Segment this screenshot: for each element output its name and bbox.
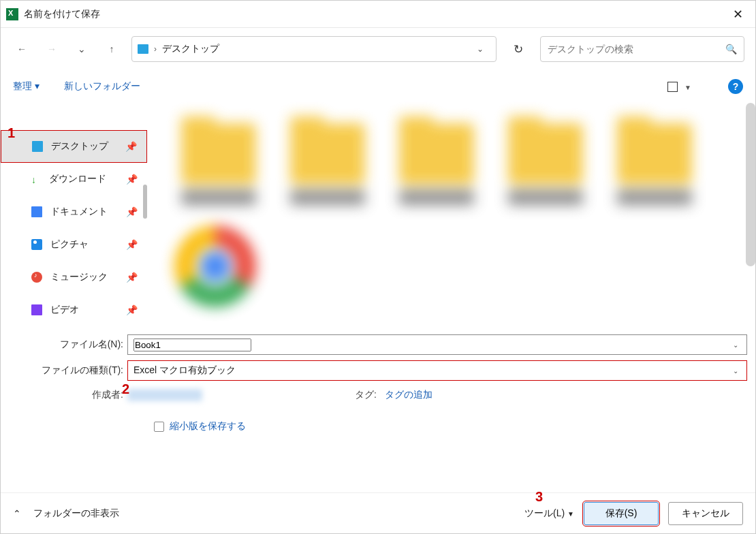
search-input[interactable] [548, 44, 725, 54]
author-value-blurred [127, 389, 202, 401]
sidebar-item-desktop[interactable]: デスクトップ 📌 [1, 130, 147, 163]
add-tag-link[interactable]: タグの追加 [385, 389, 432, 401]
view-icon [667, 82, 678, 92]
pin-icon[interactable]: 📌 [126, 174, 138, 185]
chevron-down-icon: ▼ [684, 84, 691, 91]
download-icon: ↓ [31, 174, 41, 184]
annotation-1: 1 [7, 125, 15, 141]
search-icon[interactable]: 🔍 [725, 44, 737, 54]
picture-icon [31, 239, 42, 250]
sidebar-item-label: ダウンロード [49, 173, 106, 185]
save-thumbnail-label: 縮小版を保存する [170, 420, 246, 433]
cancel-button[interactable]: キャンセル [668, 502, 743, 525]
view-options[interactable]: ▼ [667, 81, 691, 93]
filetype-label: ファイルの種類(T): [9, 364, 125, 377]
filename-row: ファイル名(N): ⌄ [1, 332, 755, 358]
sidebar-item-videos[interactable]: ビデオ 📌 [1, 294, 147, 326]
filetype-row: ファイルの種類(T): Excel マクロ有効ブック ⌄ [1, 358, 755, 383]
tools-menu[interactable]: ツール(L)▼ [524, 507, 574, 520]
chevron-up-icon[interactable]: ⌃ [13, 508, 21, 519]
window-title: 名前を付けて保存 [24, 8, 726, 20]
sidebar-item-documents[interactable]: ドキュメント 📌 [1, 195, 147, 228]
desktop-icon [32, 141, 43, 152]
filename-text[interactable] [133, 339, 251, 351]
filetype-value: Excel マクロ有効ブック [133, 364, 236, 377]
nav-row: ← → ⌄ ↑ › デスクトップ ⌄ ↻ 🔍 [1, 33, 755, 65]
close-icon[interactable]: ✕ [726, 3, 750, 26]
filename-input[interactable]: ⌄ [127, 334, 747, 355]
sidebar-item-pictures[interactable]: ピクチャ 📌 [1, 228, 147, 261]
search-box[interactable]: 🔍 [540, 36, 744, 62]
pin-icon[interactable]: 📌 [126, 206, 138, 217]
thumbnail-row: 縮小版を保存する [1, 420, 755, 433]
filename-label: ファイル名(N): [9, 339, 125, 351]
recent-dropdown[interactable]: ⌄ [72, 39, 92, 59]
new-folder-button[interactable]: 新しいフォルダー [64, 80, 140, 93]
sidebar-item-label: ビデオ [50, 304, 79, 316]
address-dropdown-icon[interactable]: ⌄ [470, 44, 490, 54]
refresh-button[interactable]: ↻ [506, 37, 531, 61]
sidebar-item-label: ピクチャ [50, 238, 89, 251]
footer: ⌃ フォルダーの非表示 ツール(L)▼ 保存(S) キャンセル [1, 492, 755, 533]
hide-folders-link[interactable]: フォルダーの非表示 [33, 507, 119, 520]
breadcrumb-sep: › [154, 44, 157, 54]
save-thumbnail-checkbox[interactable] [154, 422, 164, 432]
annotation-3: 3 [535, 489, 543, 505]
back-button[interactable]: ← [12, 39, 32, 59]
pin-icon[interactable]: 📌 [126, 304, 138, 315]
sidebar-item-music[interactable]: ミュージック 📌 [1, 261, 147, 294]
file-listing[interactable] [147, 103, 755, 328]
video-icon [31, 304, 42, 315]
filetype-select[interactable]: Excel マクロ有効ブック ⌄ [127, 360, 747, 381]
chevron-down-icon: ▼ [567, 510, 574, 518]
author-label: 作成者: [9, 389, 125, 401]
meta-row: 作成者: タグ: タグの追加 [1, 383, 755, 407]
sidebar-item-label: デスクトップ [51, 140, 108, 153]
help-icon[interactable]: ? [728, 79, 743, 94]
sidebar-item-label: ドキュメント [50, 206, 108, 218]
forward-button[interactable]: → [42, 39, 62, 59]
chevron-down-icon[interactable]: ⌄ [733, 367, 741, 375]
breadcrumb-desktop[interactable]: デスクトップ [162, 43, 219, 55]
toolbar: 整理 ▾ 新しいフォルダー ▼ ? [1, 70, 755, 103]
main-area: デスクトップ 📌 ↓ ダウンロード 📌 ドキュメント 📌 ピクチャ 📌 ミュージ… [1, 103, 755, 328]
excel-icon [6, 8, 18, 20]
annotation-2: 2 [122, 381, 129, 397]
organize-menu[interactable]: 整理 ▾ [13, 80, 40, 93]
sidebar-item-label: ミュージック [50, 271, 108, 283]
pin-icon[interactable]: 📌 [125, 141, 137, 152]
chevron-down-icon[interactable]: ⌄ [733, 341, 741, 349]
pin-icon[interactable]: 📌 [126, 239, 138, 250]
up-button[interactable]: ↑ [101, 39, 122, 59]
sidebar-item-downloads[interactable]: ↓ ダウンロード 📌 [1, 163, 147, 195]
music-icon [31, 272, 42, 283]
location-icon [138, 44, 148, 54]
tag-label: タグ: [355, 389, 377, 401]
document-icon [31, 206, 42, 217]
content-scrollbar[interactable] [746, 103, 755, 266]
title-bar: 名前を付けて保存 ✕ [1, 1, 755, 28]
address-bar[interactable]: › デスクトップ ⌄ [131, 36, 497, 62]
pin-icon[interactable]: 📌 [126, 272, 138, 283]
save-button[interactable]: 保存(S) [584, 502, 659, 525]
sidebar: デスクトップ 📌 ↓ ダウンロード 📌 ドキュメント 📌 ピクチャ 📌 ミュージ… [1, 103, 147, 328]
